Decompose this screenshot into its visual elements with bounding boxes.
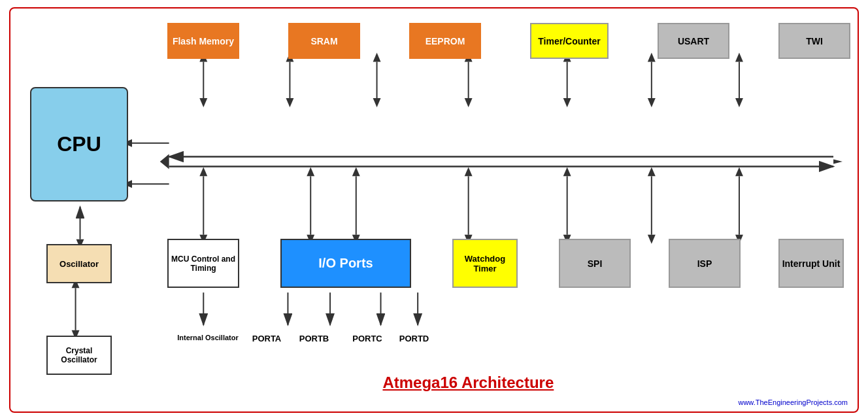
- diagram-container: Flash Memory SRAM EEPROM Timer/Counter U…: [9, 7, 859, 413]
- twi-box: TWI: [778, 23, 850, 59]
- sram-box: SRAM: [288, 23, 360, 59]
- svg-marker-43: [648, 167, 656, 176]
- internal-oscillator-label: Internal Oscillator: [175, 334, 241, 341]
- page-title: Atmega16 Architecture: [382, 374, 554, 392]
- svg-marker-46: [735, 167, 743, 176]
- svg-marker-26: [735, 98, 743, 107]
- svg-marker-8: [199, 98, 207, 107]
- svg-marker-31: [307, 167, 314, 176]
- cpu-box: CPU: [30, 87, 128, 201]
- svg-marker-40: [563, 167, 571, 176]
- porta-label: PORTA: [244, 334, 290, 343]
- svg-marker-34: [352, 167, 360, 176]
- isp-box: ISP: [669, 239, 741, 288]
- portd-label: PORTD: [393, 334, 435, 343]
- oscillator-box: Oscillator: [46, 244, 112, 283]
- svg-marker-20: [563, 98, 571, 107]
- io-ports-box: I/O Ports: [280, 239, 411, 288]
- timer-counter-box: Timer/Counter: [530, 23, 609, 59]
- usart-box: USART: [658, 23, 729, 59]
- svg-marker-11: [286, 98, 293, 107]
- svg-marker-4: [160, 154, 169, 169]
- eeprom-box: EEPROM: [409, 23, 481, 59]
- svg-marker-37: [465, 167, 473, 176]
- svg-marker-17: [465, 98, 473, 107]
- crystal-oscillator-box: Crystal Oscillator: [46, 336, 112, 375]
- svg-marker-5: [833, 160, 843, 164]
- watchdog-timer-box: Watchdog Timer: [452, 239, 518, 288]
- portc-label: PORTC: [345, 334, 390, 343]
- website-label: www.TheEngineeringProjects.com: [738, 398, 848, 406]
- spi-box: SPI: [559, 239, 631, 288]
- flash-memory-box: Flash Memory: [167, 23, 239, 59]
- svg-marker-23: [648, 98, 656, 107]
- mcu-control-box: MCU Control and Timing: [167, 239, 239, 288]
- svg-marker-28: [199, 167, 207, 176]
- portb-label: PORTB: [293, 334, 335, 343]
- interrupt-unit-box: Interrupt Unit: [778, 239, 844, 288]
- svg-marker-14: [373, 98, 381, 107]
